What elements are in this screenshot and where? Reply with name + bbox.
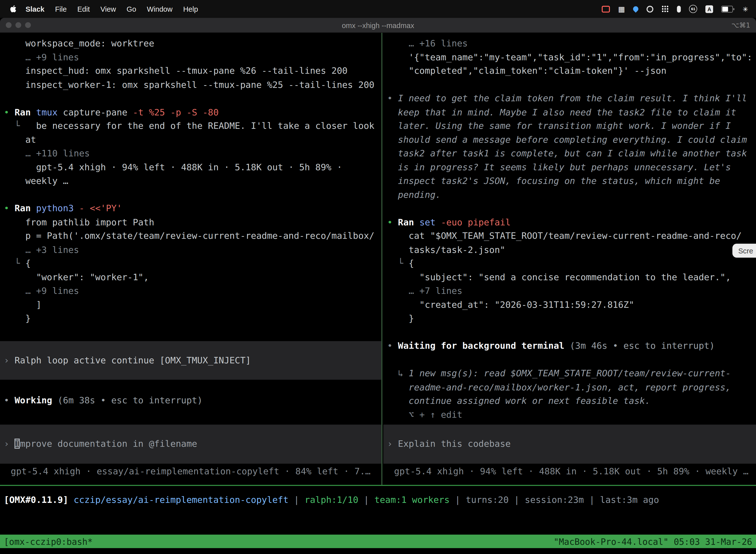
window-title: omx --xhigh --madmax xyxy=(342,21,414,29)
terminal-line: ] xyxy=(4,298,381,312)
pane-left-scrollback: workspace_mode: worktree … +9 lines insp… xyxy=(4,37,381,407)
screen: Slack FileEditViewGoWindowHelp ▦ 61 A ✳ … xyxy=(0,0,756,554)
terminal-line: inspect_hud: omx sparkshell --tmux-pane … xyxy=(4,64,381,78)
traffic-lights xyxy=(6,22,31,28)
terminal-line: pending. xyxy=(387,188,756,202)
ran-set-pipefail-line: • Ran set -euo pipefail xyxy=(387,215,756,229)
window-titlebar[interactable]: omx --xhigh --madmax ⌥⌘1 xyxy=(0,18,756,33)
menu-app-name[interactable]: Slack xyxy=(20,5,50,13)
input-source-icon[interactable]: A xyxy=(705,4,713,14)
terminal-line: "worker": "worker-1", xyxy=(4,271,381,284)
terminal-window: omx --xhigh --madmax ⌥⌘1 workspace_mode:… xyxy=(0,18,756,554)
terminal-line: gpt-5.4 xhigh · 94% left · 488K in · 5.1… xyxy=(4,160,381,174)
ralph-loop-message: › Ralph loop active continue [OMX_TMUX_I… xyxy=(0,341,381,380)
terminal-line: … +9 lines xyxy=(4,284,381,298)
terminal-line: keep that in mind. Maybe I also need the… xyxy=(387,106,756,119)
pane-left-status-line: gpt-5.4 xhigh · essay/ai-reimplementatio… xyxy=(0,465,381,478)
minimize-button[interactable] xyxy=(15,22,21,28)
terminal-line: readme-and-reco/mailbox/worker-1.json, a… xyxy=(387,381,756,394)
terminal-line: … +3 lines xyxy=(4,243,381,257)
terminal-line: should send a message before completing … xyxy=(387,133,756,147)
terminal-line: … +9 lines xyxy=(4,50,381,64)
ran-tmux-capture-line: • Ran tmux capture-pane -t %25 -p -S -80 xyxy=(4,106,381,119)
pane-right-status-line: gpt-5.4 xhigh · 94% left · 488K in · 5.1… xyxy=(383,465,756,478)
terminal-pane-left[interactable]: workspace_mode: worktree … +9 lines insp… xyxy=(0,33,382,485)
menu-help[interactable]: Help xyxy=(178,5,203,13)
terminal-line: weekly … xyxy=(4,174,381,188)
terminal-line: … +7 lines xyxy=(387,284,756,298)
omx-status-line: [OMX#0.11.9] cczip/essay/ai-reimplementa… xyxy=(4,493,756,507)
terminal-line: '{"team_name":"my-team","task_id":"1","f… xyxy=(387,50,756,64)
menu-edit[interactable]: Edit xyxy=(72,5,95,13)
grid-icon[interactable]: ▦ xyxy=(618,4,625,14)
menu-window[interactable]: Window xyxy=(142,5,178,13)
drop-icon[interactable] xyxy=(633,4,638,14)
menu-go[interactable]: Go xyxy=(121,5,142,13)
terminal-line: inspect_worker-1: omx sparkshell --tmux-… xyxy=(4,78,381,92)
tmux-panes: workspace_mode: worktree … +9 lines insp… xyxy=(0,33,756,486)
prompt-input-left[interactable]: › Improve documentation in @filename xyxy=(0,425,381,463)
tmux-status-bar: [omx-cczip0:bash* "MacBook-Pro-44.local"… xyxy=(0,535,756,548)
terminal-line: tasks/task-2.json" xyxy=(387,243,756,257)
terminal-line xyxy=(387,325,756,339)
pill-icon[interactable] xyxy=(677,4,681,14)
screen-notification[interactable]: Scre xyxy=(733,244,756,258)
terminal-line: } xyxy=(4,312,381,325)
working-status-line: • Working (6m 38s • esc to interrupt) xyxy=(4,393,381,407)
terminal-line: └ { xyxy=(387,257,756,270)
terminal-line xyxy=(387,353,756,367)
terminal-line: continue assigned work or next feasible … xyxy=(387,394,756,408)
terminal-pane-right[interactable]: … +16 lines '{"team_name":"my-team","tas… xyxy=(383,33,756,485)
recording-indicator-icon[interactable] xyxy=(602,4,610,14)
terminal-line: cat "$OMX_TEAM_STATE_ROOT/team/review-cu… xyxy=(387,229,756,243)
app-grid-icon[interactable] xyxy=(662,4,669,14)
apple-menu-icon[interactable] xyxy=(10,5,16,13)
zoom-button[interactable] xyxy=(25,22,31,28)
ran-python3-line: • Ran python3 - <<'PY' xyxy=(4,202,381,215)
pane-right-scrollback: … +16 lines '{"team_name":"my-team","tas… xyxy=(387,37,756,422)
terminal-line xyxy=(4,380,381,393)
terminal-line: ↳ 1 new msg(s): read $OMX_TEAM_STATE_ROO… xyxy=(387,367,756,380)
fan-icon[interactable]: ✳ xyxy=(743,4,748,14)
menu-file[interactable]: File xyxy=(50,5,72,13)
tmux-host-clock-label: "MacBook-Pro-44.local" 05:03 31-Mar-26 xyxy=(554,536,752,547)
disc-icon[interactable] xyxy=(647,4,653,14)
prompt-input-right[interactable]: › Explain this codebase xyxy=(383,425,756,463)
terminal-line xyxy=(387,78,756,92)
menu-view[interactable]: View xyxy=(95,5,121,13)
terminal-line: "created_at": "2026-03-31T11:59:27.816Z" xyxy=(387,298,756,312)
terminal-line: "completed","claim_token":"claim-token"}… xyxy=(387,64,756,78)
terminal-line: at xyxy=(4,133,381,147)
terminal-line: inspect task2's JSON, focusing on the st… xyxy=(387,174,756,188)
tmux-session-label: [omx-cczip0:bash* xyxy=(4,536,93,547)
terminal-line xyxy=(4,188,381,202)
close-button[interactable] xyxy=(6,22,11,28)
thinking-line: • I need to get the claim token from the… xyxy=(387,92,756,105)
battery-icon[interactable] xyxy=(721,4,735,14)
waiting-status-line: • Waiting for background terminal (3m 46… xyxy=(387,339,756,353)
terminal-line: … +110 lines xyxy=(4,147,381,160)
terminal-line: ⌥ + ↑ edit xyxy=(387,408,756,422)
terminal-line: workspace_mode: worktree xyxy=(4,37,381,50)
menu-bar: Slack FileEditViewGoWindowHelp ▦ 61 A ✳ xyxy=(0,0,756,18)
terminal-line: "subject": "send a concise recommendatio… xyxy=(387,271,756,284)
terminal-line: is in progress? It seems likely but perh… xyxy=(387,160,756,174)
terminal-line xyxy=(387,202,756,215)
terminal-line: p = Path('.omx/state/team/review-current… xyxy=(4,229,381,243)
terminal-line xyxy=(4,92,381,105)
terminal-line: └ { xyxy=(4,257,381,270)
terminal-line: from pathlib import Path xyxy=(4,215,381,229)
gauge-icon[interactable]: 61 xyxy=(689,4,697,14)
terminal-line: task2 after task1 is complete, but can I… xyxy=(387,147,756,160)
menu-items: FileEditViewGoWindowHelp xyxy=(50,5,203,13)
menu-status-icons: ▦ 61 A ✳ xyxy=(602,4,751,14)
terminal-line: later. Using the same for transition mig… xyxy=(387,119,756,133)
terminal-line: } xyxy=(387,312,756,325)
terminal-line: … +16 lines xyxy=(387,37,756,50)
window-shortcut-hint: ⌥⌘1 xyxy=(732,21,750,29)
terminal-line: └ be necessary for the end of the README… xyxy=(4,119,381,133)
